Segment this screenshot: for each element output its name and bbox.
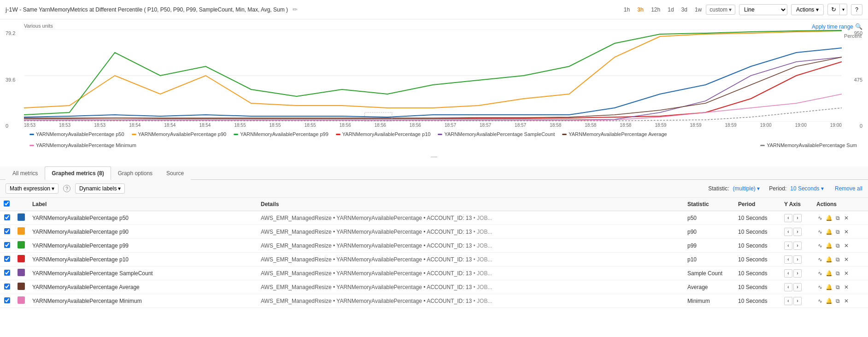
yaxis-right-arrow[interactable]: › [793,269,802,278]
table-header: Label Details Statistic Period Y Axis Ac… [0,198,868,211]
time-range-buttons: 1h 3h 12h 1d 3d 1w custom ▾ [621,5,735,15]
delete-icon[interactable]: ✕ [843,284,850,291]
yaxis-left-arrow[interactable]: ‹ [784,214,792,222]
time-btn-custom[interactable]: custom ▾ [706,5,735,15]
yaxis-right-arrow[interactable]: › [793,283,802,291]
tab-graphed-metrics[interactable]: Graphed metrics (8) [45,166,111,180]
actions-button[interactable]: Actions ▾ [791,4,824,15]
help-button[interactable]: ? [851,4,862,15]
row-checkbox[interactable] [4,214,10,220]
row-checkbox[interactable] [4,297,10,303]
math-expression-button[interactable]: Math expression ▾ [6,183,59,194]
row-checkbox[interactable] [4,228,10,234]
th-details: Details [257,198,684,211]
yaxis-right-arrow[interactable]: › [793,242,802,250]
time-btn-3d[interactable]: 3d [678,5,691,14]
copy-icon[interactable]: ⧉ [834,256,841,263]
sparkline-icon[interactable]: ∿ [816,270,824,277]
copy-icon[interactable]: ⧉ [834,242,841,249]
delete-icon[interactable]: ✕ [843,228,850,236]
remove-all-button[interactable]: Remove all [835,185,862,192]
sparkline-icon[interactable]: ∿ [816,214,824,222]
row-label-cell: YARNMemoryAvailablePercentage p50 [29,211,257,225]
period-label: Period: [769,185,786,192]
copy-icon[interactable]: ⧉ [834,270,841,277]
chart-legend: YARNMemoryAvailablePercentage p50 YARNMe… [6,130,862,152]
select-all-checkbox[interactable] [4,201,10,207]
bell-icon[interactable]: 🔔 [825,256,833,263]
yaxis-left-arrow[interactable]: ‹ [784,297,792,305]
time-btn-12h[interactable]: 12h [648,5,663,14]
bell-icon[interactable]: 🔔 [825,270,833,277]
yaxis-left-arrow[interactable]: ‹ [784,242,792,250]
row-actions-cell: ∿ 🔔 ⧉ ✕ [813,211,868,225]
sparkline-icon[interactable]: ∿ [816,228,824,236]
statistic-value-button[interactable]: (multiple) ▾ [733,185,760,192]
time-btn-1w[interactable]: 1w [692,5,705,14]
time-btn-3h[interactable]: 3h [634,5,647,14]
dynamic-labels-button[interactable]: Dynamic labels ▾ [75,183,125,194]
time-btn-1h[interactable]: 1h [621,5,633,14]
legend-item-p50: YARNMemoryAvailablePercentage p50 [29,131,124,137]
sparkline-icon[interactable]: ∿ [816,297,824,305]
time-btn-1d[interactable]: 1d [664,5,677,14]
yaxis-left-arrow[interactable]: ‹ [784,269,792,278]
apply-time-range-link[interactable]: Apply time range 🔍 [812,23,862,30]
delete-icon[interactable]: ✕ [843,297,850,305]
statistic-label: Statistic: [708,185,729,192]
table-row: YARNMemoryAvailablePercentage Average AW… [0,280,868,294]
delete-icon[interactable]: ✕ [843,270,850,277]
custom-arrow: ▾ [729,6,732,13]
collapse-handle[interactable]: — [6,152,862,161]
chart-type-select[interactable]: Line Stacked area Number Bar Pie [739,4,787,15]
apply-time-range-label: Apply time range [812,24,853,30]
bell-icon[interactable]: 🔔 [825,297,833,305]
delete-icon[interactable]: ✕ [843,256,850,263]
refresh-dropdown[interactable]: ▾ [840,4,847,15]
math-help-icon[interactable]: ? [63,185,70,192]
refresh-button[interactable]: ↻ [827,4,840,15]
row-statistic-cell: Average [684,280,734,294]
tab-all-metrics[interactable]: All metrics [6,166,45,180]
legend-color-sum [760,145,765,146]
yaxis-right-arrow[interactable]: › [793,255,802,264]
sparkline-icon[interactable]: ∿ [816,256,824,263]
tab-graph-options[interactable]: Graph options [111,166,159,180]
row-yaxis-cell: ‹ › [780,225,813,239]
bell-icon[interactable]: 🔔 [825,228,833,236]
sparkline-icon[interactable]: ∿ [816,242,824,249]
yaxis-right-arrow[interactable]: › [793,228,802,236]
row-checkbox[interactable] [4,242,10,248]
row-yaxis-cell: ‹ › [780,253,813,266]
math-expression-label: Math expression [10,185,50,192]
tab-bar: All metrics Graphed metrics (8) Graph op… [0,166,868,180]
yaxis-nav: ‹ › [784,255,809,264]
copy-icon[interactable]: ⧉ [834,297,841,305]
row-checkbox[interactable] [4,270,10,276]
row-color-swatch [18,283,25,290]
bell-icon[interactable]: 🔔 [825,284,833,291]
bell-icon[interactable]: 🔔 [825,242,833,249]
yaxis-left-arrow[interactable]: ‹ [784,255,792,264]
legend-item-p99: YARNMemoryAvailablePercentage p99 [234,131,328,137]
row-checkbox[interactable] [4,284,10,290]
sparkline-icon[interactable]: ∿ [816,284,824,291]
legend-color-average [562,134,567,135]
copy-icon[interactable]: ⧉ [834,214,841,222]
row-color-cell [14,294,29,308]
yaxis-right-arrow[interactable]: › [793,297,802,305]
yaxis-right-arrow[interactable]: › [793,214,802,222]
tab-source[interactable]: Source [159,166,191,180]
delete-icon[interactable]: ✕ [843,242,850,249]
chart-svg[interactable] [24,30,842,122]
bell-icon[interactable]: 🔔 [825,214,833,222]
yaxis-left-arrow[interactable]: ‹ [784,228,792,236]
row-checkbox[interactable] [4,256,10,262]
delete-icon[interactable]: ✕ [843,214,850,222]
legend-label-p10: YARNMemoryAvailablePercentage p10 [342,131,431,137]
copy-icon[interactable]: ⧉ [834,228,841,236]
yaxis-left-arrow[interactable]: ‹ [784,283,792,291]
period-value-button[interactable]: 10 Seconds ▾ [790,185,824,192]
pencil-icon[interactable]: ✏ [293,6,298,13]
copy-icon[interactable]: ⧉ [834,284,841,291]
